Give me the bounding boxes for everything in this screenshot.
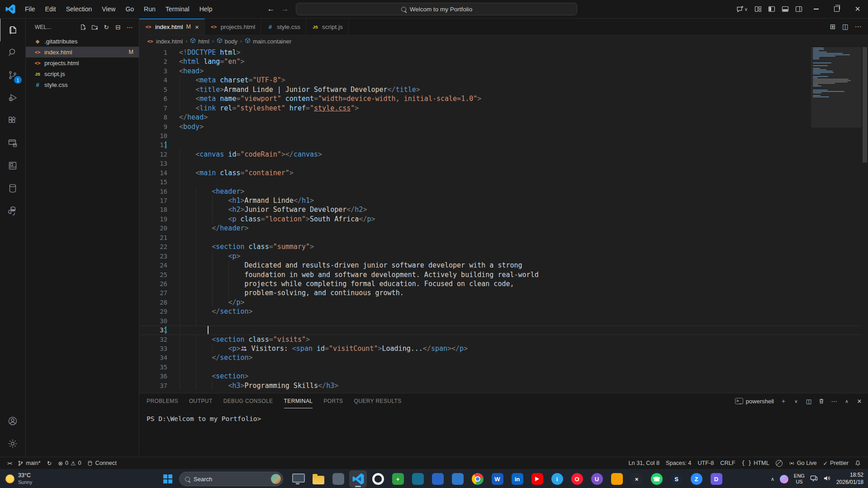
line-number[interactable]: 36 [139, 372, 179, 381]
taskbar-app-app-slate-icon[interactable] [329, 470, 347, 488]
customize-layout-icon[interactable] [751, 3, 765, 15]
line-number[interactable]: 3 [139, 67, 179, 76]
back-button[interactable]: ← [267, 5, 275, 14]
code-line-30[interactable]: 30 [139, 316, 862, 325]
eol-selector[interactable]: CRLF [717, 458, 738, 468]
line-number[interactable]: 4 [139, 76, 179, 85]
line-number[interactable]: 5 [139, 85, 179, 94]
new-folder-icon[interactable] [89, 22, 100, 33]
line-number[interactable]: 11 [139, 140, 179, 149]
code-line-15[interactable]: 15 [139, 177, 862, 187]
menu-help[interactable]: Help [194, 2, 218, 16]
line-number[interactable]: 21 [139, 233, 179, 242]
file-item-style.css[interactable]: #style.css [26, 79, 139, 90]
line-number[interactable]: 7 [139, 104, 179, 113]
remote-explorer-icon[interactable] [0, 132, 25, 154]
taskbar-app-linkedin-icon[interactable]: in [508, 470, 526, 488]
taskbar-app-app-orange-icon[interactable] [608, 470, 626, 488]
code-line-29[interactable]: 29 </section> [139, 307, 862, 316]
new-terminal-icon[interactable]: ＋ [778, 396, 788, 406]
code-line-1[interactable]: 1<!DOCTYPE html> [139, 48, 862, 57]
editor-more-actions-icon[interactable]: ⋯ [853, 21, 863, 32]
code-line-5[interactable]: 5 <title>Armand Linde | Junior Software … [139, 85, 862, 94]
taskbar-app-app-violet-icon[interactable]: D [707, 470, 725, 488]
code-line-2[interactable]: 2<html lang="en"> [139, 57, 862, 66]
chevron-down-icon[interactable]: ∨ [745, 7, 748, 12]
taskbar-app-app-blue-icon[interactable] [429, 470, 446, 488]
tab-projects.html[interactable]: <>projects.html [205, 19, 261, 35]
editor-scrollbar[interactable] [862, 47, 868, 393]
split-editor-icon[interactable]: ◫ [840, 21, 851, 32]
code-line-6[interactable]: 6 <meta name="viewport" content="width=d… [139, 94, 862, 103]
line-number[interactable]: 33 [139, 344, 179, 353]
code-line-12[interactable]: 12 <canvas id="codeRain"></canvas> [139, 150, 862, 159]
line-number[interactable]: 10 [139, 131, 179, 140]
taskbar-search[interactable]: Search [179, 472, 283, 486]
line-number[interactable]: 8 [139, 113, 179, 122]
menu-file[interactable]: File [20, 2, 40, 16]
taskbar-app-app-green-icon[interactable]: + [389, 470, 407, 488]
line-number[interactable]: 12 [139, 150, 179, 159]
menu-run[interactable]: Run [139, 2, 161, 16]
line-number[interactable]: 27 [139, 288, 179, 297]
go-live-button[interactable]: Go Live [786, 458, 820, 468]
encoding[interactable]: UTF-8 [695, 458, 716, 468]
remote-window-button[interactable]: >< [5, 458, 14, 468]
command-center-search[interactable]: Welcom to my Portfolio [296, 3, 577, 15]
account-icon[interactable] [0, 410, 25, 432]
panel-tab-debug-console[interactable]: DEBUG CONSOLE [223, 394, 273, 408]
source-control-icon[interactable]: 1 [0, 64, 25, 86]
code-line-22[interactable]: 22 <section class="summary"> [139, 242, 862, 251]
hidden-icons-chevron[interactable]: ∧ [771, 476, 774, 482]
indentation[interactable]: Spaces: 4 [663, 458, 694, 468]
database-icon[interactable] [0, 177, 25, 200]
toggle-panel-icon[interactable] [778, 3, 792, 15]
minimize-button[interactable] [806, 0, 826, 18]
code-line-3[interactable]: 3<head> [139, 67, 862, 76]
copilot-tray-icon[interactable] [780, 475, 788, 483]
taskbar-app-youtube-icon[interactable] [528, 470, 546, 488]
line-number[interactable]: 14 [139, 168, 179, 177]
code-line-23[interactable]: 23 <p> [139, 252, 862, 261]
file-item-index.html[interactable]: <>index.htmlM [26, 47, 139, 57]
network-icon[interactable] [810, 475, 818, 483]
taskbar-app-github-icon[interactable] [369, 470, 387, 488]
git-branch-button[interactable]: main* [15, 458, 43, 468]
run-debug-icon[interactable] [0, 86, 25, 109]
taskbar-app-whatsapp-icon[interactable]: ☎ [648, 470, 665, 488]
panel-tab-output[interactable]: OUTPUT [189, 394, 213, 408]
collapse-folders-icon[interactable]: ⊟ [113, 22, 123, 33]
line-number[interactable]: 19 [139, 215, 179, 224]
tab-index.html[interactable]: <>index.htmlM× [139, 19, 205, 35]
menu-view[interactable]: View [97, 2, 120, 16]
line-number[interactable]: 25 [139, 270, 179, 279]
line-number[interactable]: 29 [139, 307, 179, 316]
editor-layout-icon[interactable]: ⊞ [827, 21, 838, 32]
weather-widget[interactable]: 33°C Sunny [5, 472, 32, 485]
tab-close-icon[interactable]: × [195, 23, 199, 31]
taskbar-app-app-purple-icon[interactable]: U [588, 470, 606, 488]
volume-icon[interactable] [823, 475, 831, 483]
toggle-primary-sidebar-icon[interactable] [765, 3, 778, 15]
code-line-13[interactable]: 13 [139, 159, 862, 168]
line-number[interactable]: 28 [139, 298, 179, 307]
search-panel-icon[interactable] [0, 41, 25, 64]
file-item-script.js[interactable]: JSscript.js [26, 68, 139, 79]
restore-button[interactable] [826, 0, 847, 18]
breadcrumb-item-body[interactable]: body [217, 38, 237, 45]
kill-terminal-icon[interactable] [816, 396, 826, 406]
terminal-output[interactable]: PS D:\Welcom to my Portfolio> [139, 409, 868, 457]
line-number[interactable]: 20 [139, 224, 179, 233]
code-line-11[interactable]: 11 [139, 140, 862, 149]
extensions-icon[interactable] [0, 109, 25, 132]
code-line-10[interactable]: 10 [139, 131, 862, 140]
close-panel-icon[interactable]: ✕ [854, 396, 864, 406]
taskbar-app-file-explorer-icon[interactable] [309, 470, 327, 488]
code-line-35[interactable]: 35 [139, 363, 862, 372]
start-button[interactable] [159, 470, 176, 488]
taskbar-app-opera-icon[interactable]: O [568, 470, 586, 488]
code-line-16[interactable]: 16 <header> [139, 187, 862, 196]
file-item-.gitattributes[interactable]: ◆.gitattributes [26, 36, 139, 47]
line-number[interactable]: 17 [139, 196, 179, 205]
panel-tab-ports[interactable]: PORTS [323, 394, 343, 408]
